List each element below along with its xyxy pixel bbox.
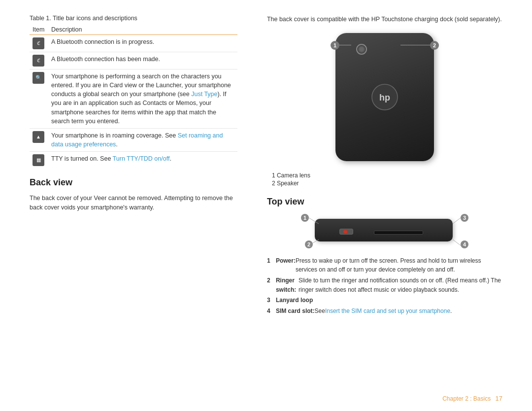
- callout-num-3: 3: [461, 214, 468, 222]
- top-label-bold-1: Power:: [276, 256, 296, 266]
- footer: Chapter 2 : Basics 17: [442, 395, 502, 402]
- svg-text:hp: hp: [379, 93, 390, 103]
- svg-line-4: [453, 218, 461, 224]
- top-view-labels: 1Power: Press to wake up or turn off the…: [267, 256, 502, 316]
- footer-page-number: 17: [496, 395, 502, 402]
- right-column: The back cover is compatible with the HP…: [257, 15, 502, 396]
- search-icon: 🔍: [33, 72, 44, 84]
- back-view-heading: Back view: [30, 177, 237, 188]
- svg-line-5: [453, 240, 461, 245]
- page: Table 1. Title bar icons and description…: [0, 0, 532, 411]
- icon-cell-0: ℭ: [30, 35, 48, 52]
- link-just-type[interactable]: Just Type: [191, 91, 217, 98]
- top-label-row-4: 4SIM card slot: See Insert the SIM card …: [267, 307, 502, 316]
- icon-cell-2: 🔍: [30, 69, 48, 129]
- top-label-row-2: 2Ringer switch: Slide to turn the ringer…: [267, 276, 502, 294]
- top-label-row-1: 1Power: Press to wake up or turn off the…: [267, 256, 502, 274]
- icon-cell-1: ℭ: [30, 52, 48, 69]
- desc-cell-3: Your smartphone is in roaming coverage. …: [48, 128, 237, 151]
- col-desc-header: Description: [48, 25, 237, 35]
- callout-2: 2: [430, 41, 439, 50]
- callout-line-left: [339, 45, 351, 45]
- table-row: 🔍Your smartphone is performing a search …: [30, 69, 237, 129]
- bluetooth-connected-icon: ℭ: [33, 55, 44, 67]
- callout-1: 1: [331, 41, 339, 50]
- callout-num-2: 2: [305, 240, 313, 248]
- icon-cell-3: ▲: [30, 128, 48, 151]
- back-view-text: The back cover of your Veer cannot be re…: [30, 194, 237, 212]
- link-tty[interactable]: Turn TTY/TDD on/off: [113, 155, 170, 162]
- top-label-bold-3: Lanyard loop: [276, 296, 313, 305]
- back-label-1: 1 Camera lens: [272, 172, 502, 179]
- top-label-bold-2: Ringer switch:: [276, 276, 299, 294]
- top-view-phone-image: 1 2 3 4: [301, 214, 468, 249]
- back-view-phone-image: hp 1 2: [331, 33, 439, 166]
- top-label-row-3: 3Lanyard loop: [267, 296, 502, 305]
- footer-chapter: Chapter 2 : Basics: [442, 395, 491, 402]
- table-title: Table 1. Title bar icons and description…: [30, 15, 237, 22]
- table-row: ℭA Bluetooth connection has been made.: [30, 52, 237, 69]
- ringer-switch-red: [343, 230, 347, 233]
- table-row: ▦TTY is turned on. See Turn TTY/TDD on/o…: [30, 152, 237, 169]
- top-label-num-1: 1: [267, 256, 275, 266]
- desc-cell-0: A Bluetooth connection is in progress.: [48, 35, 237, 52]
- desc-cell-1: A Bluetooth connection has been made.: [48, 52, 237, 69]
- icon-cell-4: ▦: [30, 152, 48, 169]
- bluetooth-icon: ℭ: [33, 37, 44, 49]
- top-label-num-4: 4: [267, 307, 275, 316]
- icon-table: Item Description ℭA Bluetooth connection…: [30, 25, 237, 169]
- back-view-labels: 1 Camera lens 2 Speaker: [272, 172, 502, 187]
- sim-slot: [374, 231, 423, 235]
- top-label-bold-4: SIM card slot:: [276, 307, 315, 316]
- table-row: ▲Your smartphone is in roaming coverage.…: [30, 128, 237, 151]
- link-roaming[interactable]: Set roaming and data usage preferences: [51, 132, 223, 148]
- phone-back-body: hp: [335, 33, 434, 161]
- tty-icon: ▦: [33, 154, 44, 166]
- desc-cell-4: TTY is turned on. See Turn TTY/TDD on/of…: [48, 152, 237, 169]
- top-label-num-3: 3: [267, 296, 275, 305]
- col-item-header: Item: [30, 25, 48, 35]
- left-column: Table 1. Title bar icons and description…: [30, 15, 257, 396]
- callout-line-right: [400, 45, 430, 45]
- hp-logo: hp: [371, 83, 399, 111]
- callout-num-1: 1: [301, 214, 309, 222]
- callout-num-4: 4: [461, 240, 468, 248]
- camera-lens: [356, 44, 367, 55]
- back-cover-compat-text: The back cover is compatible with the HP…: [267, 15, 502, 24]
- desc-cell-2: Your smartphone is performing a search o…: [48, 69, 237, 129]
- link-sim[interactable]: Insert the SIM card and set up your smar…: [325, 307, 450, 316]
- phone-top-body: [315, 219, 453, 241]
- top-label-num-2: 2: [267, 276, 275, 285]
- top-view-heading: Top view: [267, 197, 502, 207]
- roaming-icon: ▲: [33, 131, 44, 143]
- table-row: ℭA Bluetooth connection is in progress.: [30, 35, 237, 52]
- back-label-2: 2 Speaker: [272, 180, 502, 187]
